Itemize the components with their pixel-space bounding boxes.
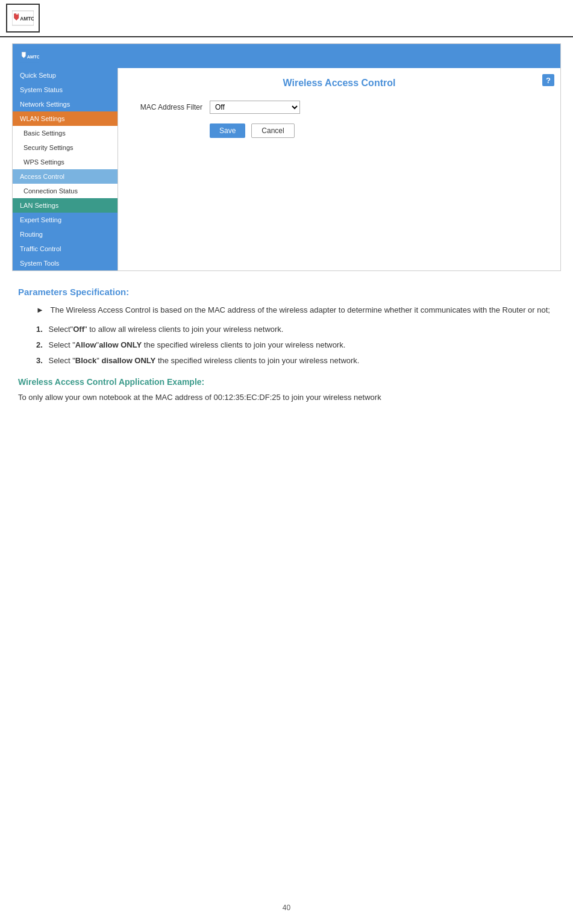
list-num-3: 3.	[36, 356, 43, 365]
help-button[interactable]: ?	[542, 74, 554, 86]
amtc-top-logo-icon: AMTC	[12, 7, 34, 29]
list-num-2: 2.	[36, 340, 43, 349]
bold-disallow-only: disallow ONLY	[101, 356, 155, 365]
sidebar-item-access-control[interactable]: Access Control	[13, 169, 117, 184]
bold-allow: Allow	[75, 340, 96, 349]
bold-block: Block	[75, 356, 96, 365]
params-heading: Parameters Specification:	[18, 287, 555, 297]
router-header: AMTC	[13, 44, 560, 68]
svg-text:AMTC: AMTC	[27, 54, 39, 60]
svg-text:AMTC: AMTC	[20, 16, 34, 22]
router-logo: AMTC	[20, 49, 39, 63]
sidebar-item-wlan-settings[interactable]: WLAN Settings	[13, 111, 117, 126]
mac-filter-row: MAC Address Filter Off Allow Block	[130, 101, 548, 114]
sidebar-item-security-settings[interactable]: Security Settings	[13, 140, 117, 155]
sidebar-item-wps-settings[interactable]: WPS Settings	[13, 155, 117, 169]
doc-list: 1. Select"Off" to allow all wireless cli…	[18, 323, 555, 367]
list-num-1: 1.	[36, 325, 43, 334]
sidebar-item-lan-settings[interactable]: LAN Settings	[13, 198, 117, 213]
app-paragraph: To only allow your own notebook at the M…	[18, 392, 555, 404]
app-heading: Wireless Access Control Application Exam…	[18, 377, 555, 387]
sidebar-item-traffic-control[interactable]: Traffic Control	[13, 242, 117, 256]
list-item: 1. Select"Off" to allow all wireless cli…	[36, 323, 555, 336]
sidebar-item-basic-settings[interactable]: Basic Settings	[13, 126, 117, 140]
page-title: Wireless Access Control	[130, 78, 548, 89]
list-item: 3. Select "Block" disallow ONLY the spec…	[36, 354, 555, 367]
sidebar-item-routing[interactable]: Routing	[13, 227, 117, 242]
sidebar-item-network-settings[interactable]: Network Settings	[13, 97, 117, 111]
page-number: 40	[0, 904, 573, 912]
doc-section: Parameters Specification: ► The Wireless…	[0, 277, 573, 414]
sidebar-item-quick-setup[interactable]: Quick Setup	[13, 68, 117, 83]
main-content-panel: ? Wireless Access Control MAC Address Fi…	[118, 68, 560, 270]
router-logo-icon: AMTC	[20, 49, 39, 63]
mac-filter-select[interactable]: Off Allow Block	[210, 101, 300, 114]
list-item: 2. Select "Allow"allow ONLY the specifie…	[36, 339, 555, 352]
doc-intro-paragraph: ► The Wireless Access Control is based o…	[18, 304, 555, 317]
sidebar-item-system-tools[interactable]: System Tools	[13, 256, 117, 270]
top-logo-box: AMTC	[6, 4, 40, 33]
router-ui: AMTC Quick Setup System Status Network S…	[13, 44, 560, 270]
bold-off: Off	[73, 325, 84, 334]
sidebar: Quick Setup System Status Network Settin…	[13, 68, 118, 270]
sidebar-item-system-status[interactable]: System Status	[13, 83, 117, 97]
form-button-row: Save Cancel	[130, 123, 548, 138]
sidebar-item-expert-setting[interactable]: Expert Setting	[13, 213, 117, 227]
sidebar-item-connection-status[interactable]: Connection Status	[13, 184, 117, 198]
save-button[interactable]: Save	[210, 123, 245, 138]
screenshot-container: AMTC Quick Setup System Status Network S…	[12, 43, 561, 271]
router-body: Quick Setup System Status Network Settin…	[13, 68, 560, 270]
mac-filter-label: MAC Address Filter	[130, 103, 202, 111]
top-logo-bar: AMTC	[0, 0, 573, 37]
cancel-button[interactable]: Cancel	[251, 123, 294, 138]
bold-allow-only: allow ONLY	[99, 340, 142, 349]
